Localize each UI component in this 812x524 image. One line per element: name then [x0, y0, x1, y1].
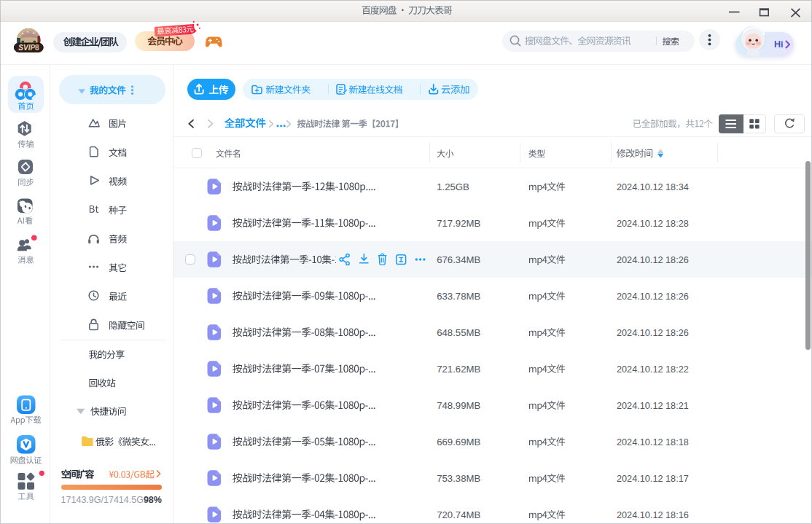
svg-text:753.38MB: 753.38MB — [437, 473, 480, 484]
svg-text:721.62MB: 721.62MB — [437, 364, 480, 375]
svg-text:SVIP8: SVIP8 — [18, 44, 39, 52]
svg-text:748.99MB: 748.99MB — [437, 400, 480, 411]
svg-text:2024.10.12 18:16: 2024.10.12 18:16 — [617, 510, 689, 520]
svg-text:676.34MB: 676.34MB — [437, 254, 480, 265]
svg-text:2024.10.12 18:28: 2024.10.12 18:28 — [617, 219, 689, 229]
svg-text:2024.10.12 18:17: 2024.10.12 18:17 — [617, 474, 689, 484]
svg-text:2024.10.12 18:18: 2024.10.12 18:18 — [617, 437, 689, 447]
svg-text:2024.10.12 18:26: 2024.10.12 18:26 — [617, 292, 689, 302]
svg-text:648.55MB: 648.55MB — [437, 327, 480, 338]
svg-text:720.74MB: 720.74MB — [437, 509, 480, 520]
svg-text:1.25GB: 1.25GB — [437, 181, 469, 192]
svg-text:2024.10.12 18:26: 2024.10.12 18:26 — [617, 328, 689, 338]
svg-text:2024.10.12 18:34: 2024.10.12 18:34 — [617, 182, 689, 192]
svg-text:2024.10.12 18:22: 2024.10.12 18:22 — [617, 364, 689, 375]
svg-text:2024.10.12 18:26: 2024.10.12 18:26 — [617, 255, 689, 265]
svg-text:Hi: Hi — [774, 39, 784, 50]
svg-text:669.69MB: 669.69MB — [437, 437, 480, 447]
svg-text:2024.10.12 18:21: 2024.10.12 18:21 — [617, 401, 689, 411]
svg-text:633.78MB: 633.78MB — [437, 291, 480, 302]
svg-text:17143.9G/17414.5G98%: 17143.9G/17414.5G98% — [61, 495, 162, 505]
svg-text:717.92MB: 717.92MB — [437, 218, 480, 229]
